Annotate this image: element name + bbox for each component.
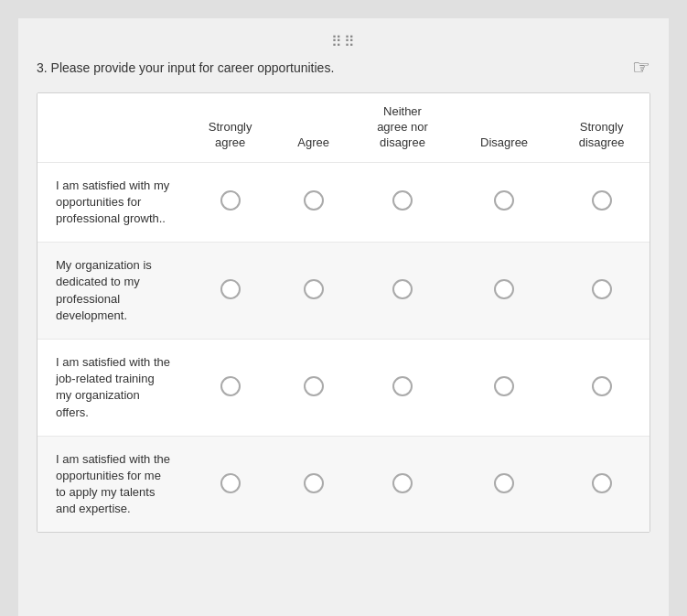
cell-row-3-strongly-disagree[interactable] (553, 339, 649, 436)
radio-row-3-neither[interactable] (392, 376, 413, 396)
question-text: 3. Please provide your input for career … (37, 60, 334, 75)
cell-row-1-agree[interactable] (276, 162, 350, 243)
row-label-1: I am satisfied with my opportunities for… (38, 162, 184, 243)
cell-row-4-neither[interactable] (350, 436, 455, 532)
cell-row-1-neither[interactable] (350, 162, 455, 243)
table-row: My organization is dedicated to my profe… (38, 243, 649, 340)
radio-row-2-strongly-disagree[interactable] (592, 279, 612, 299)
table-row: I am satisfied with my opportunities for… (38, 162, 649, 243)
col-header-agree: Agree (276, 93, 350, 162)
radio-row-2-neither[interactable] (392, 279, 413, 299)
radio-row-4-strongly-agree[interactable] (220, 473, 241, 493)
cell-row-1-strongly-disagree[interactable] (553, 162, 649, 243)
radio-row-3-strongly-agree[interactable] (220, 376, 241, 396)
column-header-row: Stronglyagree Agree Neitheragree nordisa… (38, 93, 649, 162)
table-row: I am satisfied with the opportunities fo… (38, 436, 649, 532)
drag-handle[interactable]: ⠿⠿ (37, 33, 650, 50)
cell-row-3-agree[interactable] (276, 339, 350, 436)
empty-header (38, 93, 184, 162)
cell-row-3-strongly-agree[interactable] (184, 339, 276, 436)
col-header-disagree: Disagree (455, 93, 553, 162)
radio-row-1-strongly-disagree[interactable] (592, 190, 612, 211)
radio-row-1-disagree[interactable] (494, 190, 514, 211)
radio-row-1-agree[interactable] (304, 190, 324, 211)
radio-row-4-neither[interactable] (392, 473, 413, 493)
cell-row-3-disagree[interactable] (455, 339, 553, 436)
cell-row-2-disagree[interactable] (455, 243, 553, 340)
radio-row-3-strongly-disagree[interactable] (592, 376, 612, 396)
cell-row-4-strongly-disagree[interactable] (553, 436, 649, 532)
cell-row-1-disagree[interactable] (455, 162, 553, 243)
cell-row-3-neither[interactable] (350, 339, 455, 436)
radio-row-2-disagree[interactable] (494, 279, 514, 299)
row-label-3: I am satisfied with the job-related trai… (38, 339, 184, 436)
col-header-strongly-agree: Stronglyagree (184, 93, 276, 162)
radio-row-1-strongly-agree[interactable] (220, 190, 241, 211)
row-label-2: My organization is dedicated to my profe… (38, 243, 184, 340)
radio-row-4-agree[interactable] (304, 473, 324, 493)
question-header: 3. Please provide your input for career … (37, 56, 650, 80)
col-header-strongly-disagree: Stronglydisagree (553, 93, 649, 162)
radio-row-3-disagree[interactable] (494, 376, 514, 396)
radio-row-2-strongly-agree[interactable] (220, 279, 241, 299)
cell-row-4-strongly-agree[interactable] (184, 436, 276, 532)
radio-row-1-neither[interactable] (392, 190, 413, 211)
survey-table-wrapper: Stronglyagree Agree Neitheragree nordisa… (37, 92, 650, 533)
radio-row-2-agree[interactable] (304, 279, 324, 299)
table-row: I am satisfied with the job-related trai… (38, 339, 649, 436)
cell-row-2-strongly-agree[interactable] (184, 243, 276, 340)
cell-row-2-strongly-disagree[interactable] (553, 243, 649, 340)
radio-row-3-agree[interactable] (304, 376, 324, 396)
cursor-icon: ☞ (632, 56, 650, 80)
cell-row-4-disagree[interactable] (455, 436, 553, 532)
cell-row-2-neither[interactable] (350, 243, 455, 340)
page-container: ⠿⠿ 3. Please provide your input for care… (18, 18, 669, 616)
row-label-4: I am satisfied with the opportunities fo… (38, 436, 184, 532)
col-header-neither: Neitheragree nordisagree (350, 93, 455, 162)
survey-table: Stronglyagree Agree Neitheragree nordisa… (38, 93, 649, 532)
cell-row-2-agree[interactable] (276, 243, 350, 340)
cell-row-4-agree[interactable] (276, 436, 350, 532)
radio-row-4-disagree[interactable] (494, 473, 514, 493)
radio-row-4-strongly-disagree[interactable] (592, 473, 612, 493)
cell-row-1-strongly-agree[interactable] (184, 162, 276, 243)
